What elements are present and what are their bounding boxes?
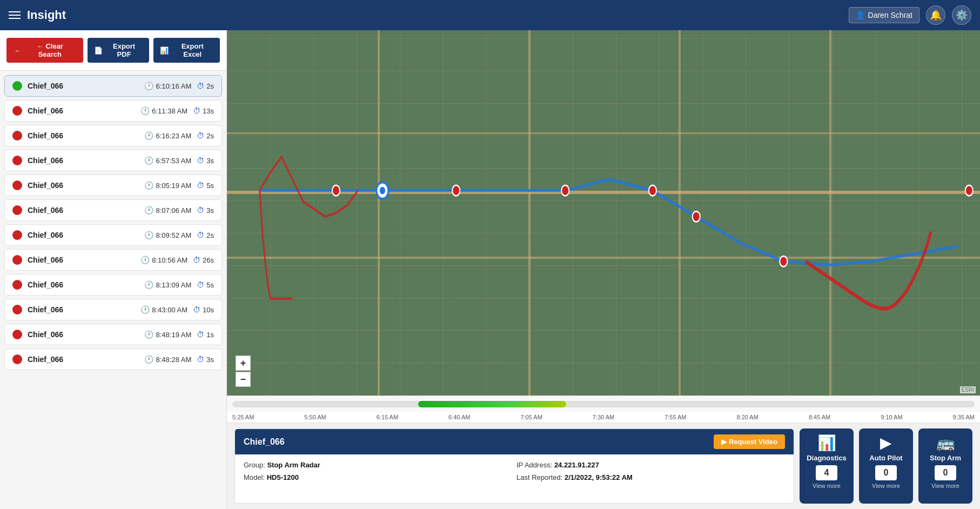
header-left: Insight	[9, 8, 66, 22]
auto-pilot-view-more[interactable]: View more	[872, 483, 900, 489]
svg-point-4	[693, 211, 700, 222]
stop-arm-view-more[interactable]: View more	[931, 483, 959, 489]
road-horizontal-2	[227, 257, 980, 259]
user-button[interactable]: 👤 Daren Schrat	[849, 7, 919, 23]
action-card-diagnostics[interactable]: 📊 Diagnostics 4 View more	[800, 428, 854, 504]
clear-search-button[interactable]: ← ← Clear Search	[6, 38, 83, 63]
duration-info: ⏱ 2s	[197, 82, 214, 90]
timeline-label: 5:25 AM	[232, 414, 254, 420]
timeline-track[interactable]	[227, 396, 980, 412]
status-dot	[12, 205, 22, 215]
road-horizontal-3	[227, 132, 980, 134]
diagnostics-view-more[interactable]: View more	[813, 483, 841, 489]
timer-icon: ⏱	[197, 181, 204, 190]
action-card-stop-arm[interactable]: 🚌 Stop Arm 0 View more	[918, 428, 972, 504]
last-reported-label: Last Reported:	[516, 473, 562, 481]
list-item[interactable]: Chief_066 🕐 8:13:09 AM ⏱ 5s	[4, 274, 222, 296]
zoom-out-button[interactable]: −	[236, 372, 251, 387]
info-panel: Chief_066 ▶ Request Video Group: Stop Ar…	[227, 423, 980, 509]
duration-info: ⏱ 26s	[193, 256, 214, 264]
notification-button[interactable]: 🔔	[926, 5, 945, 25]
map-area[interactable]: + − ESRI	[227, 30, 980, 396]
timer-icon: ⏱	[197, 206, 204, 215]
status-dot	[12, 280, 22, 290]
timeline-label: 9:35 AM	[953, 414, 975, 420]
time-value: 8:07:06 AM	[156, 206, 191, 215]
clock-icon: 🕐	[144, 156, 153, 165]
timer-icon: ⏱	[193, 256, 200, 264]
unit-name: Chief_066	[28, 280, 139, 289]
status-dot	[12, 81, 22, 91]
auto-pilot-count: 0	[875, 465, 897, 480]
request-video-button[interactable]: ▶ Request Video	[714, 434, 785, 449]
unit-name: Chief_066	[28, 181, 139, 190]
status-dot	[12, 230, 22, 240]
time-info: 🕐 6:11:38 AM	[140, 106, 187, 115]
timer-icon: ⏱	[197, 156, 204, 165]
unit-name: Chief_066	[28, 106, 135, 115]
list-item[interactable]: Chief_066 🕐 6:57:53 AM ⏱ 3s	[4, 150, 222, 171]
pdf-icon: 📄	[94, 46, 103, 55]
timeline-label: 5:50 AM	[304, 414, 326, 420]
settings-button[interactable]: ⚙️	[952, 5, 971, 25]
timer-icon: ⏱	[197, 355, 204, 364]
timeline-label: 6:15 AM	[377, 414, 398, 420]
time-info: 🕐 8:09:52 AM	[144, 231, 191, 239]
info-card-header: Chief_066 ▶ Request Video	[235, 429, 794, 454]
time-info: 🕐 6:10:16 AM	[144, 82, 191, 90]
timeline-labels: 5:25 AM5:50 AM6:15 AM6:40 AM7:05 AM7:30 …	[227, 412, 980, 423]
clock-icon: 🕐	[140, 256, 150, 264]
time-info: 🕐 8:48:28 AM	[144, 355, 191, 364]
time-info: 🕐 6:16:23 AM	[144, 131, 191, 140]
app-header: Insight 👤 Daren Schrat 🔔 ⚙️	[0, 0, 980, 30]
list-item[interactable]: Chief_066 🕐 8:09:52 AM ⏱ 2s	[4, 224, 222, 246]
list-item[interactable]: Chief_066 🕐 6:10:16 AM ⏱ 2s	[4, 75, 222, 97]
time-value: 8:09:52 AM	[156, 231, 191, 239]
timeline-label: 7:05 AM	[520, 414, 542, 420]
timeline-inner	[232, 401, 975, 407]
duration-value: 13s	[203, 107, 214, 115]
timeline-bar: 5:25 AM5:50 AM6:15 AM6:40 AM7:05 AM7:30 …	[227, 396, 980, 423]
duration-info: ⏱ 5s	[197, 280, 214, 289]
stop-arm-count: 0	[935, 465, 956, 480]
list-item[interactable]: Chief_066 🕐 8:48:19 AM ⏱ 1s	[4, 324, 222, 345]
timeline-label: 8:20 AM	[737, 414, 759, 420]
main-layout: ← ← Clear Search 📄 Export PDF 📊 Export E…	[0, 30, 980, 509]
list-item[interactable]: Chief_066 🕐 6:11:38 AM ⏱ 13s	[4, 100, 222, 122]
esri-logo: ESRI	[960, 386, 976, 393]
zoom-in-button[interactable]: +	[236, 356, 251, 371]
stop-arm-icon: 🚌	[936, 434, 955, 452]
list-item[interactable]: Chief_066 🕐 8:43:00 AM ⏱ 10s	[4, 299, 222, 320]
user-icon: 👤	[856, 11, 865, 19]
unit-name: Chief_066	[28, 82, 139, 90]
hamburger-menu[interactable]	[9, 11, 21, 19]
action-card-auto-pilot[interactable]: ▶ Auto Pilot 0 View more	[859, 428, 913, 504]
duration-value: 5s	[206, 281, 214, 289]
duration-value: 3s	[206, 356, 214, 364]
sidebar-toolbar: ← ← Clear Search 📄 Export PDF 📊 Export E…	[0, 30, 226, 71]
list-item[interactable]: Chief_066 🕐 8:07:06 AM ⏱ 3s	[4, 199, 222, 221]
list-item[interactable]: Chief_066 🕐 8:48:28 AM ⏱ 3s	[4, 349, 222, 370]
clock-icon: 🕐	[144, 131, 153, 140]
export-excel-button[interactable]: 📊 Export Excel	[153, 38, 220, 63]
diagnostics-count: 4	[816, 465, 837, 480]
list-item[interactable]: Chief_066 🕐 6:16:23 AM ⏱ 2s	[4, 125, 222, 146]
status-dot	[12, 305, 22, 314]
duration-info: ⏱ 1s	[197, 330, 214, 339]
ip-field: IP Address: 24.221.91.227	[516, 461, 785, 469]
list-item[interactable]: Chief_066 🕐 8:05:19 AM ⏱ 5s	[4, 175, 222, 196]
stop-arm-label: Stop Arm	[930, 454, 961, 462]
group-label: Group:	[244, 461, 265, 469]
road-vertical-2	[528, 30, 531, 396]
time-info: 🕐 8:43:00 AM	[140, 305, 187, 314]
auto-pilot-icon: ▶	[880, 434, 892, 452]
duration-value: 2s	[206, 132, 214, 140]
unit-title: Chief_066	[244, 437, 285, 447]
export-pdf-button[interactable]: 📄 Export PDF	[88, 38, 150, 63]
list-item[interactable]: Chief_066 🕐 8:10:56 AM ⏱ 26s	[4, 249, 222, 271]
duration-info: ⏱ 5s	[197, 181, 214, 190]
map-satellite: + − ESRI	[227, 30, 980, 396]
clock-icon: 🕐	[144, 82, 153, 90]
user-name: Daren Schrat	[868, 11, 912, 19]
duration-info: ⏱ 2s	[197, 231, 214, 239]
